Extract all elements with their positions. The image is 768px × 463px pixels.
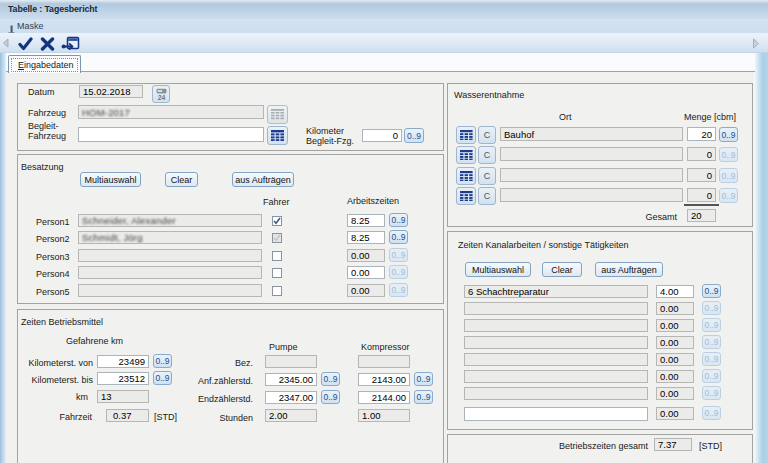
svg-text:24: 24 — [157, 94, 165, 100]
